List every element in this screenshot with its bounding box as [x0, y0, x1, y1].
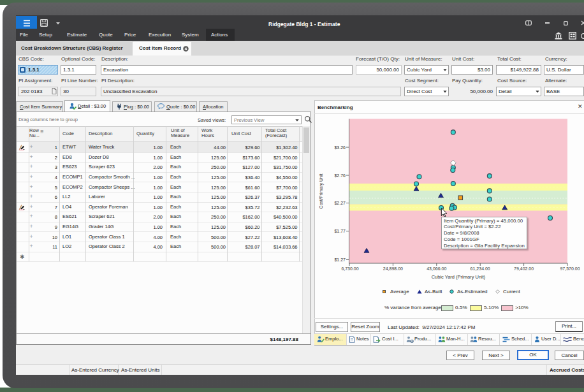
svg-text:Cost/Primary Unit: Cost/Primary Unit [319, 174, 324, 209]
svg-text:43,066.00: 43,066.00 [427, 266, 446, 271]
svg-text:$2.76: $2.76 [334, 173, 346, 178]
svg-text:24,898.00: 24,898.00 [383, 266, 403, 271]
svg-text:79,402.00: 79,402.00 [514, 266, 534, 271]
svg-text:$1.77: $1.77 [334, 229, 346, 233]
svg-text:6,730.00: 6,730.00 [341, 266, 358, 271]
svg-text:$3.26: $3.26 [334, 145, 346, 150]
svg-text:$1.27: $1.27 [334, 258, 346, 262]
svg-text:61,234.00: 61,234.00 [471, 266, 490, 271]
svg-text:$2.27: $2.27 [334, 201, 346, 205]
svg-text:Cubic Yard (Primary Unit): Cubic Yard (Primary Unit) [432, 274, 486, 280]
svg-text:97,570.00: 97,570.00 [560, 266, 580, 271]
